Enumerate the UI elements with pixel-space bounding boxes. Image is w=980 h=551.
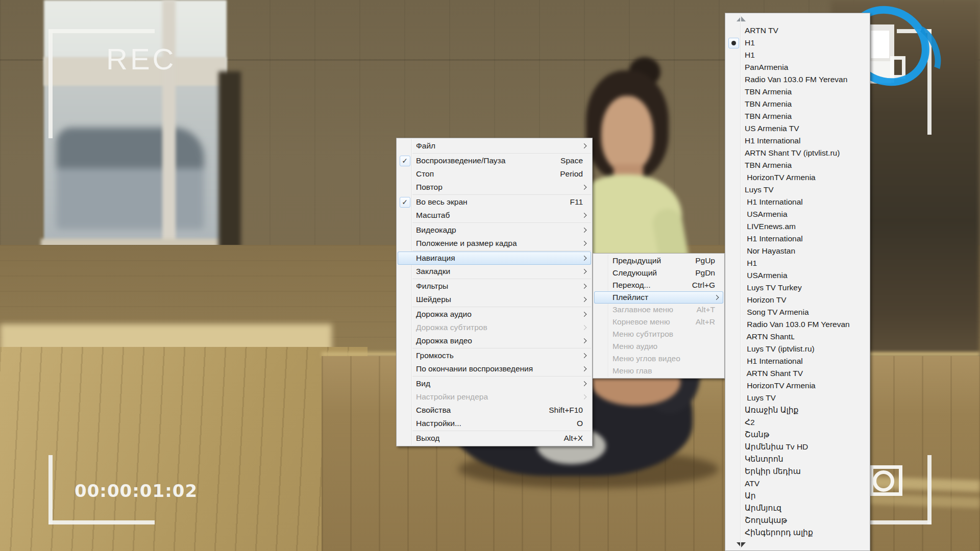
playlist-item[interactable]: ARTN Shant TV bbox=[726, 367, 869, 380]
playlist-item[interactable]: H1 bbox=[726, 257, 869, 269]
corner-bracket-bottom-right bbox=[927, 455, 932, 524]
context-menu-item[interactable]: Масштаб bbox=[398, 209, 591, 222]
navigation-submenu-item[interactable]: СледующийPgDn bbox=[594, 267, 723, 279]
menu-item-label: PanArmenia bbox=[745, 63, 788, 72]
context-menu-item[interactable]: ✓Воспроизведение/ПаузаSpace bbox=[398, 154, 591, 167]
playlist-item[interactable]: Կենտրոն bbox=[726, 453, 869, 465]
menu-item-shortcut: Alt+R bbox=[696, 317, 715, 327]
menu-item-label: Ար bbox=[745, 491, 756, 500]
playlist-item[interactable]: TBN Armenia bbox=[726, 110, 869, 122]
playlist-item[interactable]: Արմնյուզ bbox=[726, 502, 869, 514]
playlist-item[interactable]: H1 International bbox=[726, 355, 869, 367]
playlist-item[interactable]: TBN Armenia bbox=[726, 86, 869, 98]
playlist-item[interactable]: H1 bbox=[726, 49, 869, 61]
context-menu-item[interactable]: ✓Во весь экранF11 bbox=[398, 195, 591, 209]
scroll-up-button[interactable] bbox=[725, 13, 870, 24]
context-menu-item[interactable]: Громкость bbox=[398, 349, 591, 362]
scroll-down-button[interactable] bbox=[725, 539, 870, 550]
submenu-arrow-icon bbox=[582, 256, 587, 261]
menu-item-label: Дорожка аудио bbox=[416, 310, 472, 319]
context-menu-item[interactable]: Навигация bbox=[398, 252, 591, 265]
playlist-item[interactable]: HorizonTV Armenia bbox=[726, 171, 869, 184]
menu-item-shortcut: Alt+X bbox=[564, 434, 583, 443]
playlist-item[interactable]: Horizon TV bbox=[726, 294, 869, 306]
playlist-item[interactable]: PanArmenia bbox=[726, 61, 869, 73]
menu-item-label: Фильтры bbox=[416, 282, 448, 291]
menu-item-label: Luys TV Turkey bbox=[745, 283, 802, 292]
playlist-item[interactable]: Luys TV bbox=[726, 392, 869, 404]
playlist-item[interactable]: H1 International bbox=[726, 196, 869, 208]
playlist-item[interactable]: ARTN TV bbox=[726, 24, 869, 37]
playlist-item[interactable]: Հինգերորդ ալիք bbox=[726, 527, 869, 539]
playlist-item[interactable]: USArmenia bbox=[726, 269, 869, 282]
playlist-item[interactable]: Luys TV (iptvlist.ru) bbox=[726, 343, 869, 355]
playlist-item[interactable]: Song TV Armenia bbox=[726, 306, 869, 318]
playlist-item[interactable]: US Armenia TV bbox=[726, 122, 869, 135]
playlist-item[interactable]: TBN Armenia bbox=[726, 98, 869, 110]
menu-item-shortcut: PgDn bbox=[695, 268, 715, 278]
context-menu-item[interactable]: Шейдеры bbox=[398, 293, 591, 306]
context-menu-item[interactable]: СтопPeriod bbox=[398, 167, 591, 181]
playlist-item[interactable]: ATV bbox=[726, 478, 869, 490]
context-menu-item[interactable]: По окончании воспроизведения bbox=[398, 362, 591, 375]
navigation-submenu-item[interactable]: ПредыдущийPgUp bbox=[594, 255, 723, 267]
playlist-item[interactable]: Radio Van 103.0 FM Yerevan bbox=[726, 318, 869, 331]
context-menu-item[interactable]: Дорожка видео bbox=[398, 334, 591, 347]
playlist-item[interactable]: ARTN Shantւ bbox=[726, 331, 869, 343]
playlist-item[interactable]: Երկիր մեդիա bbox=[726, 465, 869, 478]
context-menu-item[interactable]: Закладки bbox=[398, 265, 591, 278]
playlist-item[interactable]: H1 bbox=[726, 37, 869, 49]
menu-item-label: Horizon TV bbox=[745, 295, 787, 305]
context-menu-item[interactable]: Видеокадр bbox=[398, 223, 591, 237]
context-menu-item[interactable]: Вид bbox=[398, 377, 591, 390]
playlist-item[interactable]: USArmenia bbox=[726, 208, 869, 220]
menu-separator bbox=[412, 153, 591, 154]
navigation-submenu-item: Меню углов видео bbox=[594, 353, 723, 365]
menu-separator bbox=[412, 348, 591, 348]
menu-item-label: Воспроизведение/Пауза bbox=[416, 156, 505, 165]
navigation-submenu-item[interactable]: Плейлист bbox=[594, 291, 723, 304]
submenu-arrow-icon bbox=[582, 228, 587, 233]
playlist-item[interactable]: Արմենիա Tv HD bbox=[726, 441, 869, 453]
playlist-item[interactable]: Luys TV Turkey bbox=[726, 282, 869, 294]
context-menu-item[interactable]: Повтор bbox=[398, 181, 591, 194]
playlist-item[interactable]: TBN Armenia bbox=[726, 159, 869, 171]
playlist-item[interactable]: HorizonTV Armenia bbox=[726, 380, 869, 392]
submenu-arrow-icon bbox=[582, 284, 587, 289]
context-menu-item[interactable]: Положение и размер кадра bbox=[398, 237, 591, 250]
playlist-item[interactable]: H1 International bbox=[726, 233, 869, 245]
playlist-item[interactable]: Շանթ bbox=[726, 429, 869, 441]
playlist-item[interactable]: Nor Hayastan bbox=[726, 245, 869, 257]
checkmark-icon: ✓ bbox=[398, 197, 412, 208]
checkmark-icon: ✓ bbox=[398, 156, 412, 166]
playlist-item[interactable]: Հ2 bbox=[726, 416, 869, 429]
context-menu-item[interactable]: Дорожка аудио bbox=[398, 308, 591, 321]
menu-item-label: Luys TV bbox=[745, 393, 776, 403]
playlist-item[interactable]: LIVEnews.am bbox=[726, 220, 869, 233]
playlist-item[interactable]: Luys TV bbox=[726, 184, 869, 196]
playlist-item[interactable]: H1 International bbox=[726, 135, 869, 147]
timecode: 00:00:01:02 bbox=[75, 481, 198, 501]
corner-bracket-bottom-right bbox=[867, 520, 932, 524]
playlist-item[interactable]: ARTN Shant TV (iptvlist.ru) bbox=[726, 147, 869, 159]
menu-item-label: ARTN Shantւ bbox=[745, 332, 794, 341]
context-menu-item[interactable]: СвойстваShift+F10 bbox=[398, 404, 591, 417]
playlist-item[interactable]: Ար bbox=[726, 490, 869, 502]
menu-item-label: Հինգերորդ ալիք bbox=[745, 528, 813, 537]
menu-item-label: USArmenia bbox=[745, 210, 788, 219]
context-menu-item: Дорожка субтитров bbox=[398, 321, 591, 334]
submenu-arrow-icon bbox=[714, 295, 719, 300]
menu-item-label: LIVEnews.am bbox=[745, 222, 796, 231]
menu-item-label: ARTN TV bbox=[745, 26, 778, 35]
playlist-item[interactable]: Շողակաթ bbox=[726, 514, 869, 527]
camera-lens-icon bbox=[873, 470, 894, 492]
submenu-arrow-icon bbox=[582, 325, 587, 330]
navigation-submenu-item[interactable]: Переход...Ctrl+G bbox=[594, 279, 723, 291]
context-menu-item[interactable]: Файл bbox=[398, 139, 591, 153]
context-menu-item[interactable]: ВыходAlt+X bbox=[398, 432, 591, 445]
menu-item-label: H1 International bbox=[745, 136, 800, 145]
playlist-item[interactable]: Առաջին Ալիք bbox=[726, 404, 869, 416]
context-menu-item[interactable]: Настройки...O bbox=[398, 417, 591, 430]
playlist-item[interactable]: Radio Van 103.0 FM Yerevan bbox=[726, 73, 869, 86]
context-menu-item[interactable]: Фильтры bbox=[398, 280, 591, 293]
